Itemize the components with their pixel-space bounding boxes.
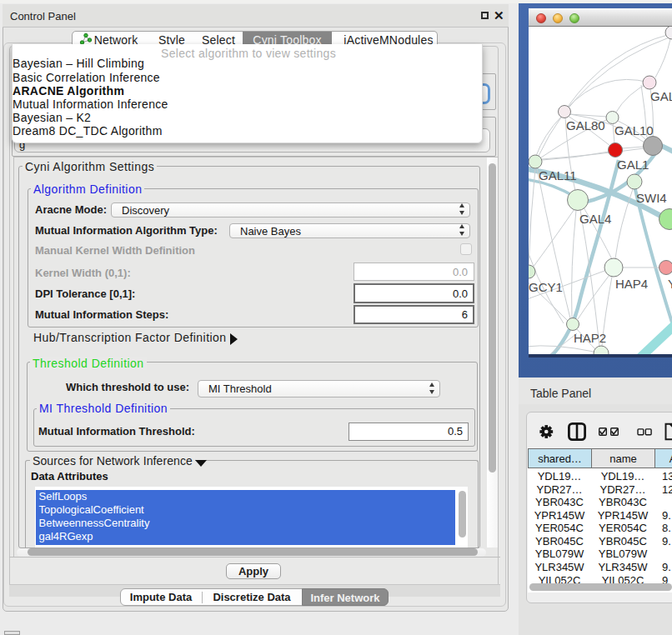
svg-text:GAL80: GAL80 — [566, 118, 605, 132]
svg-text:HAP4: HAP4 — [615, 277, 648, 291]
svg-text:GAL1: GAL1 — [617, 158, 649, 172]
svg-text:GAL4: GAL4 — [579, 212, 611, 226]
svg-text:GCY1: GCY1 — [529, 280, 563, 294]
svg-text:HAP2: HAP2 — [574, 331, 606, 345]
svg-text:GAL11: GAL11 — [539, 168, 577, 182]
svg-text:GAL: GAL — [650, 89, 672, 103]
svg-text:Y: Y — [668, 277, 672, 291]
svg-text:GAL10: GAL10 — [614, 123, 654, 138]
svg-text:SWI4: SWI4 — [636, 191, 667, 205]
